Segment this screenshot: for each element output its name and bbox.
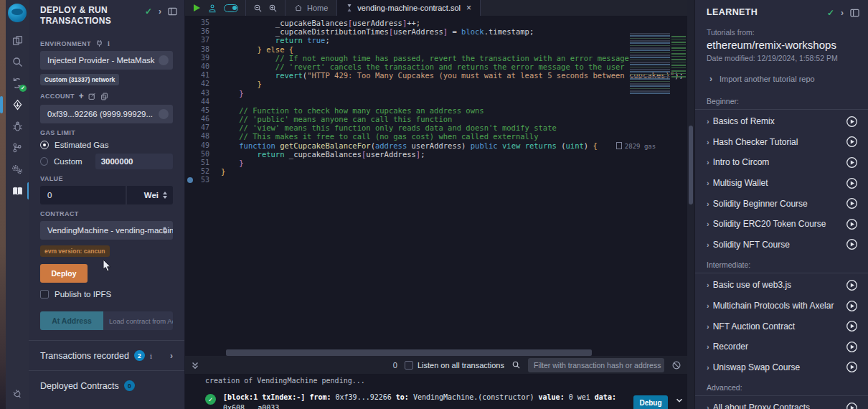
play-tutorial-icon[interactable] [846,197,858,210]
tutorial-item[interactable]: ›Solidity Beginner Course [695,193,868,214]
tutorial-item[interactable]: ›Intro to Circom [695,152,868,173]
panel-expand-icon[interactable]: › [159,6,161,17]
line-number[interactable]: 51 [185,159,221,167]
line-number[interactable]: 42 [185,80,221,88]
play-tutorial-icon[interactable] [846,218,858,230]
line-number[interactable]: 35 [185,19,221,27]
code-line[interactable]: // This makes it free to call (no gas co… [221,132,687,141]
env-plug-icon[interactable] [95,39,103,47]
code-line[interactable]: } [221,159,687,167]
play-tutorial-icon[interactable] [846,156,858,169]
at-address-button[interactable]: At Address [40,311,103,330]
line-number[interactable]: 52 [185,167,221,176]
import-repo-row[interactable]: › Import another tutorial repo [695,62,868,91]
at-address-input[interactable]: Load contract from Addres [103,311,173,330]
transaction-log-row[interactable]: ✓ [block:1 txIndex:-] from: 0xf39...9226… [185,392,687,409]
tutorial-item[interactable]: ›Hash Checker Tutorial [695,132,868,153]
minimap[interactable] [630,33,686,95]
contract-select[interactable]: VendingMachine - vending-machin [40,221,173,240]
remix-logo-icon[interactable] [8,4,27,22]
code-line[interactable] [221,98,687,106]
clear-console-icon[interactable] [671,360,681,370]
listen-all-checkbox[interactable] [405,361,413,370]
copilot-toggle[interactable] [224,4,238,12]
code-line[interactable]: _cupcakeDistributionTimes[userAddress] =… [221,27,687,36]
run-script-icon[interactable] [192,4,201,12]
source-control-icon[interactable] [6,137,29,159]
unit-stepper-icon[interactable] [163,192,167,199]
line-number[interactable]: 37 [185,36,221,44]
code-line[interactable]: } [221,167,687,176]
expand-terminal-icon[interactable] [191,361,199,370]
play-tutorial-icon[interactable] [846,238,858,250]
code-line[interactable] [221,176,687,184]
play-tutorial-icon[interactable] [846,320,858,332]
tutorial-item[interactable]: ›Multichain Protocols with Axelar [695,296,868,316]
play-tutorial-icon[interactable] [846,136,858,148]
file-explorer-icon[interactable] [6,29,29,51]
line-number[interactable]: 38 [185,45,221,54]
tutorial-item[interactable]: ›Uniswap Swap Course [695,357,868,378]
code-line[interactable]: return _cupcakeBalances[userAddress]; [221,150,687,159]
learneth-icon[interactable] [6,180,29,202]
transactions-info-icon[interactable]: i [150,352,152,360]
line-number[interactable]: 48 [185,132,221,141]
play-tutorial-icon[interactable] [846,361,858,373]
filter-input[interactable]: Filter with transaction hash or address [528,358,664,372]
close-tab-icon[interactable]: × [466,3,471,13]
line-number[interactable]: 39 [185,54,221,62]
zoom-out-icon[interactable] [253,4,263,13]
tutorial-item[interactable]: ›All about Proxy Contracts [695,398,868,409]
code-line[interactable]: revert("HTTP 429: Too Many Cupcakes (you… [221,71,687,80]
tab-contract-file[interactable]: vending-machine-contract.sol × [336,0,481,16]
debug-button[interactable]: Debug [633,395,668,409]
code-line[interactable]: } [221,80,687,88]
account-select[interactable]: 0xf39...92266 (9999.99929... [40,105,173,123]
copy-account-icon[interactable] [100,93,108,100]
terminal-search-icon[interactable] [511,360,521,370]
code-line[interactable]: function getCupcakeBalanceFor(address us… [221,141,687,150]
custom-gas-radio[interactable] [40,157,48,166]
zoom-in-icon[interactable] [268,4,278,13]
edit-account-icon[interactable] [88,93,96,100]
env-info-icon[interactable]: i [108,39,110,47]
publish-ipfs-checkbox[interactable] [40,290,49,298]
value-input[interactable]: 0 [40,186,126,204]
value-unit-select[interactable]: Wei [127,186,173,204]
deploy-run-icon[interactable] [6,94,29,116]
line-number[interactable]: 46 [185,115,221,123]
line-number[interactable]: 36 [185,27,221,36]
code-line[interactable]: // 'public' means anyone can call this f… [221,115,687,123]
custom-gas-input[interactable]: 3000000 [95,154,173,169]
learneth-layout-icon[interactable] [850,9,859,17]
plugin-manager-icon[interactable] [6,159,29,180]
line-number[interactable]: 50 [185,150,221,159]
code-line[interactable]: _cupcakeBalances[userAddress]++; [221,19,687,27]
tutorial-item[interactable]: ›Basics of Remix [695,111,868,132]
line-number[interactable]: 45 [185,106,221,115]
tutorial-item[interactable]: ›Recorder [695,337,868,357]
line-number[interactable]: 44 [185,98,221,106]
env-settings-icon[interactable] [159,55,169,65]
deploy-button[interactable]: Deploy [40,264,88,283]
debugger-icon[interactable] [6,116,29,137]
search-icon[interactable] [6,51,29,72]
environment-select[interactable]: Injected Provider - MetaMask [40,51,173,70]
estimated-gas-radio[interactable] [40,141,49,149]
play-tutorial-icon[interactable] [846,341,858,353]
panel-scrollbar-thumb[interactable] [689,126,693,204]
horizontal-scrollbar[interactable] [226,349,592,356]
tutorial-item[interactable]: ›Solidity NFT Course [695,235,868,255]
add-account-icon[interactable]: + [79,91,84,101]
tutorial-item[interactable]: ›Basic use of web3.js [695,275,868,296]
ai-assistant-icon[interactable] [207,4,217,13]
tx-expand-icon[interactable] [675,396,684,405]
transactions-recorded-row[interactable]: Transactions recorded 2 i › [40,341,173,370]
play-tutorial-icon[interactable] [846,116,858,128]
code-editor[interactable]: 35363738394041424344454647484950515253 _… [185,16,687,349]
code-line[interactable]: } [221,89,687,98]
code-line[interactable]: return true; [221,36,687,44]
breakpoint-icon[interactable] [187,177,193,183]
line-number[interactable]: 40 [185,62,221,71]
learneth-expand-icon[interactable]: › [841,8,844,18]
